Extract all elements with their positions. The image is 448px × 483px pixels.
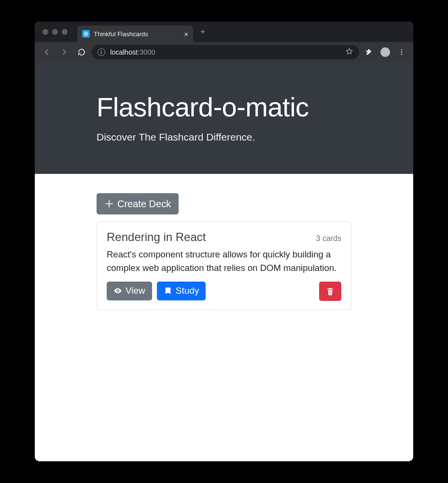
create-deck-label: Create Deck — [117, 198, 171, 210]
deck-title: Rendering in React — [107, 230, 206, 244]
page-header: Flashcard-o-matic Discover The Flashcard… — [35, 62, 413, 174]
browser-tab[interactable]: Thinkful Flashcards × — [77, 26, 193, 42]
url-host: localhost — [110, 48, 138, 56]
deck-card-count: 3 cards — [316, 234, 341, 243]
bookmark-icon — [164, 286, 172, 295]
address-bar[interactable]: i localhost:3000 — [92, 45, 359, 59]
window-close-dot[interactable] — [42, 29, 48, 35]
browser-window: Thinkful Flashcards × + i localhost:3000 — [35, 22, 413, 461]
extensions-icon[interactable] — [362, 45, 376, 59]
create-deck-button[interactable]: Create Deck — [97, 193, 179, 214]
deck-description: React's component structure allows for q… — [107, 248, 341, 275]
tab-title: Thinkful Flashcards — [94, 30, 180, 38]
svg-point-3 — [85, 33, 86, 34]
url-port: :3000 — [138, 48, 155, 56]
deck-actions: View Study — [107, 282, 341, 301]
plus-icon — [104, 199, 114, 209]
svg-point-5 — [401, 52, 402, 53]
app-tagline: Discover The Flashcard Difference. — [97, 131, 351, 143]
window-minimize-dot[interactable] — [52, 29, 58, 35]
back-button[interactable] — [40, 45, 54, 59]
app-title: Flashcard-o-matic — [97, 91, 351, 123]
svg-point-6 — [401, 54, 402, 55]
reload-button[interactable] — [74, 45, 89, 59]
url-text: localhost:3000 — [110, 48, 340, 56]
browser-toolbar: i localhost:3000 — [35, 42, 413, 62]
new-tab-button[interactable]: + — [196, 25, 210, 39]
profile-avatar-icon[interactable] — [378, 45, 392, 59]
bookmark-star-icon[interactable] — [345, 47, 353, 57]
deck-card: Rendering in React 3 cards React's compo… — [97, 221, 351, 310]
close-tab-icon[interactable]: × — [184, 30, 188, 38]
browser-menu-icon[interactable] — [395, 45, 408, 59]
window-zoom-dot[interactable] — [62, 29, 68, 35]
svg-point-4 — [401, 49, 402, 50]
page-viewport: Flashcard-o-matic Discover The Flashcard… — [35, 62, 413, 461]
react-favicon-icon — [82, 30, 90, 38]
tab-strip: Thinkful Flashcards × + — [35, 22, 413, 42]
study-label: Study — [176, 285, 199, 297]
view-button[interactable]: View — [107, 282, 152, 300]
site-info-icon[interactable]: i — [98, 48, 105, 56]
view-label: View — [126, 285, 145, 297]
eye-icon — [113, 286, 122, 295]
delete-button[interactable] — [319, 282, 341, 301]
trash-icon — [326, 286, 335, 296]
study-button[interactable]: Study — [157, 282, 206, 300]
window-controls — [42, 29, 68, 35]
forward-button[interactable] — [57, 45, 71, 59]
main-content: Create Deck Rendering in React 3 cards R… — [89, 174, 359, 310]
